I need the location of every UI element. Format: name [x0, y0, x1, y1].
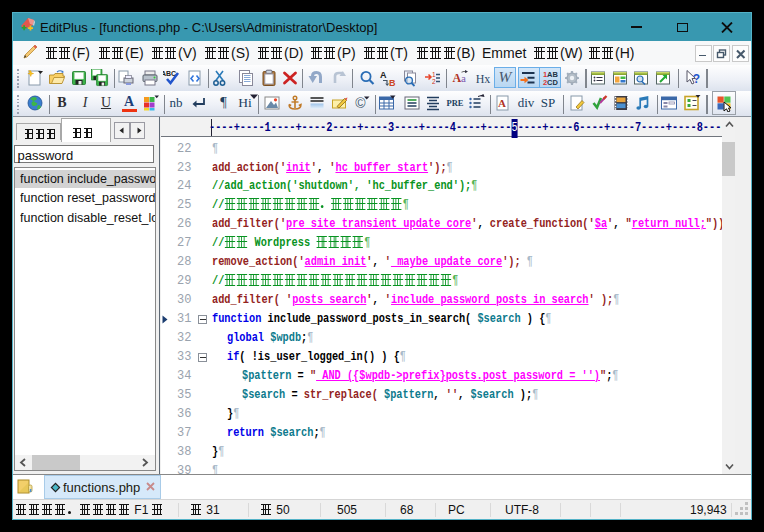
svg-text:?: ? — [693, 72, 700, 86]
svg-text:2: 2 — [432, 78, 436, 85]
svg-text:CD: CD — [547, 78, 558, 87]
svg-text:ABC: ABC — [163, 70, 176, 77]
svg-text:A: A — [498, 97, 506, 109]
svg-text:1: 1 — [432, 71, 436, 78]
svg-text:©: © — [356, 95, 367, 111]
svg-text:Hx: Hx — [476, 71, 491, 85]
svg-text:A: A — [380, 70, 387, 80]
svg-text:B: B — [389, 78, 396, 87]
svg-text:a: a — [461, 72, 466, 84]
